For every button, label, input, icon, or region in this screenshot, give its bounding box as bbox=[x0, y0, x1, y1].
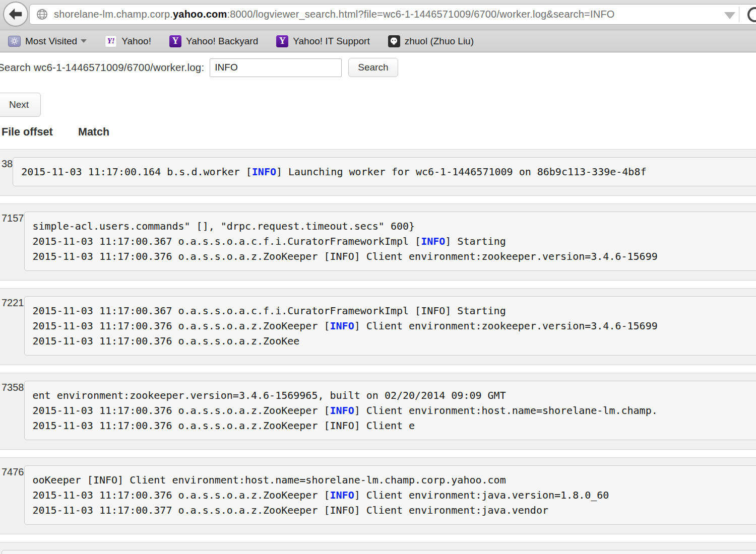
bookmark-yahoo-backyard[interactable]: Y Yahoo! Backyard bbox=[169, 35, 258, 47]
browser-toolbar: shorelane-lm.champ.corp.yahoo.com:8000/l… bbox=[0, 0, 756, 30]
match-cell: 2015-11-03 11:17:00.164 b.s.d.worker [IN… bbox=[13, 157, 756, 186]
reload-button[interactable] bbox=[746, 6, 756, 26]
match-log-text: ent environment:zookeeper.version=3.4.6-… bbox=[24, 381, 756, 440]
bookmark-label: zhuol (Zhuo Liu) bbox=[405, 36, 474, 47]
file-offset-value: 38 bbox=[0, 157, 13, 186]
url-domain: yahoo.com bbox=[173, 9, 227, 20]
bookmark-yahoo-it-support[interactable]: Y Yahoo! IT Support bbox=[276, 35, 369, 47]
bookmark-label: Yahoo! IT Support bbox=[293, 36, 369, 47]
match-log-text: 2015-11-03 11:17:00.367 o.a.s.s.o.a.c.f.… bbox=[24, 296, 756, 356]
match-cell: simple-acl.users.commands" [], "drpc.req… bbox=[24, 212, 756, 271]
table-row bbox=[0, 542, 756, 554]
back-arrow-icon bbox=[8, 8, 23, 21]
search-label: Search wc6-1-1446571009/6700/worker.log: bbox=[0, 61, 204, 74]
match-log-text: ooKeeper [INFO] Client environment:host.… bbox=[24, 465, 756, 525]
file-offset-value: 7221 bbox=[0, 296, 24, 356]
match-cell: ent environment:zookeeper.version=3.4.6-… bbox=[24, 381, 756, 440]
search-input[interactable] bbox=[210, 58, 342, 77]
file-offset-header: File offset bbox=[2, 126, 78, 138]
match-cell bbox=[2, 550, 756, 554]
file-offset-value: 7157 bbox=[0, 212, 24, 271]
url-text: shorelane-lm.champ.corp.yahoo.com:8000/l… bbox=[54, 9, 615, 20]
back-button[interactable] bbox=[3, 2, 28, 27]
match-header: Match bbox=[78, 126, 109, 138]
bookmark-yahoo[interactable]: Y! Yahoo! bbox=[105, 35, 151, 47]
bookmark-label: Yahoo! bbox=[121, 36, 151, 47]
bookmark-most-visited[interactable]: Most Visited bbox=[8, 36, 87, 47]
yahoo-favicon: Y! bbox=[105, 35, 117, 47]
search-button[interactable]: Search bbox=[348, 58, 398, 77]
table-row: 38 2015-11-03 11:17:00.164 b.s.d.worker … bbox=[0, 149, 756, 196]
match-log-text: 2015-11-03 11:17:00.164 b.s.d.worker [IN… bbox=[13, 157, 756, 186]
match-log-text bbox=[2, 550, 756, 554]
results-header: File offset Match bbox=[0, 126, 756, 149]
bookmark-label: Most Visited bbox=[25, 36, 77, 47]
url-bar-separator bbox=[739, 7, 739, 22]
url-suffix: :8000/logviewer_search.html?file=wc6-1-1… bbox=[227, 9, 614, 20]
match-cell: 2015-11-03 11:17:00.367 o.a.s.s.o.a.c.f.… bbox=[24, 296, 756, 356]
logviewer-page: Search wc6-1-1446571009/6700/worker.log:… bbox=[0, 58, 756, 554]
globe-icon bbox=[36, 9, 48, 20]
table-row: 7221 2015-11-03 11:17:00.367 o.a.s.s.o.a… bbox=[0, 288, 756, 365]
yahoo-y-icon: Y bbox=[169, 35, 181, 47]
table-row: 7358 ent environment:zookeeper.version=3… bbox=[0, 373, 756, 450]
smart-folder-icon bbox=[8, 36, 21, 47]
file-offset-value: 7476 bbox=[0, 465, 24, 525]
chevron-down-icon bbox=[81, 39, 87, 43]
next-button[interactable]: Next bbox=[0, 93, 41, 117]
url-bar[interactable]: shorelane-lm.champ.corp.yahoo.com:8000/l… bbox=[29, 4, 756, 25]
results-table-body: 38 2015-11-03 11:17:00.164 b.s.d.worker … bbox=[0, 149, 756, 554]
match-cell: ooKeeper [INFO] Client environment:host.… bbox=[24, 465, 756, 525]
bookmark-zhuol-github[interactable]: zhuol (Zhuo Liu) bbox=[388, 35, 474, 47]
table-row: 7157 simple-acl.users.commands" [], "drp… bbox=[0, 203, 756, 281]
reload-icon bbox=[746, 6, 756, 24]
match-log-text: simple-acl.users.commands" [], "drpc.req… bbox=[24, 212, 756, 271]
url-dropdown-icon[interactable] bbox=[724, 12, 735, 19]
bookmark-label: Yahoo! Backyard bbox=[186, 36, 258, 47]
search-form: Search wc6-1-1446571009/6700/worker.log:… bbox=[0, 58, 756, 77]
github-icon bbox=[388, 35, 400, 47]
url-prefix: shorelane-lm.champ.corp. bbox=[54, 9, 173, 20]
file-offset-value: 7358 bbox=[0, 381, 24, 440]
bookmarks-bar: Most Visited Y! Yahoo! Y Yahoo! Backyard… bbox=[0, 30, 756, 52]
yahoo-y-icon: Y bbox=[276, 35, 288, 47]
table-row: 7476 ooKeeper [INFO] Client environment:… bbox=[0, 457, 756, 534]
